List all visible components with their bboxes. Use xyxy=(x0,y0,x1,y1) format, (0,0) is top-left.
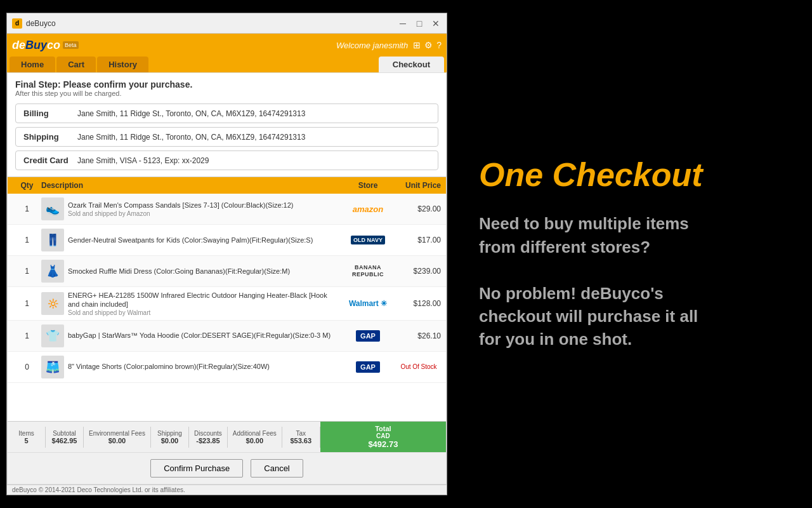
status-bar: deBuyco © 2014-2021 Deco Technologies Lt… xyxy=(7,485,447,495)
marketing-line1: Need to buy multiple items xyxy=(479,214,689,233)
confirm-subtitle: After this step you will be charged. xyxy=(15,90,438,97)
row-store: GAP xyxy=(339,330,396,342)
env-value: $0.00 xyxy=(108,437,126,444)
row-qty: 1 xyxy=(13,331,41,340)
close-button[interactable]: ✕ xyxy=(430,18,442,29)
tab-history[interactable]: History xyxy=(97,57,148,72)
oldnavy-logo: OLD NAVY xyxy=(351,236,385,244)
cancel-button[interactable]: Cancel xyxy=(251,459,303,478)
tax-label: Tax xyxy=(296,430,306,437)
items-label: Items xyxy=(18,430,34,437)
marketing-panel: One Checkout Need to buy multiple items … xyxy=(447,0,812,508)
additional-value: $0.00 xyxy=(246,437,264,444)
row-price: $239.00 xyxy=(396,267,441,276)
window-title: deBuyco xyxy=(26,19,397,28)
row-desc: Ozark Trail Men's Compass Sandals [Sizes… xyxy=(68,201,293,210)
confirm-title: Final Step: Please confirm your purchase… xyxy=(15,79,438,90)
row-desc-wrap: 👟 Ozark Trail Men's Compass Sandals [Siz… xyxy=(41,197,339,220)
row-desc-text-wrap: 8" Vintage Shorts (Color:palomino brown)… xyxy=(68,362,270,371)
col-store: Store xyxy=(339,181,396,190)
subtotal-label: Subtotal xyxy=(53,430,76,437)
row-desc-wrap: 🩳 8" Vintage Shorts (Color:palomino brow… xyxy=(41,356,339,378)
total-additional: Additional Fees $0.00 xyxy=(228,427,282,448)
settings-icon[interactable]: ⚙ xyxy=(424,40,433,50)
cc-label: Credit Card xyxy=(23,156,77,165)
table-row: 1 👖 Gender-Neutral Sweatpants for Kids (… xyxy=(8,225,446,256)
tab-cart[interactable]: Cart xyxy=(56,57,96,72)
maximize-button[interactable]: □ xyxy=(414,18,425,29)
shipping-label: Shipping xyxy=(23,132,77,142)
header-icons: ⊞ ⚙ ? xyxy=(413,40,442,50)
row-desc-text-wrap: Ozark Trail Men's Compass Sandals [Sizes… xyxy=(68,201,293,217)
walmart-logo: Walmart ✳ xyxy=(349,299,387,308)
row-qty: 0 xyxy=(13,363,41,371)
marketing-line4: No problem! deBuyco's xyxy=(479,284,664,303)
header-bar: deBuyco Beta Welcome janesmith ⊞ ⚙ ? xyxy=(7,34,447,57)
billing-value: Jane Smith, 11 Ridge St., Toronto, ON, C… xyxy=(77,109,305,118)
row-store: BANANAREPUBLIC xyxy=(339,264,396,278)
row-desc-wrap: 👕 babyGap | StarWars™ Yoda Hoodie (Color… xyxy=(41,324,339,347)
discounts-label: Discounts xyxy=(194,430,222,437)
confirm-purchase-button[interactable]: Confirm Purchase xyxy=(150,459,243,478)
banana-republic-logo: BANANAREPUBLIC xyxy=(352,264,384,278)
product-thumbnail: 🩳 xyxy=(41,356,64,378)
items-table: Qty Description Store Unit Price 1 👟 Oza… xyxy=(8,177,446,421)
additional-label: Additional Fees xyxy=(233,430,277,437)
tab-home[interactable]: Home xyxy=(10,57,55,72)
total-value: $492.73 xyxy=(368,439,398,449)
product-thumbnail: 👗 xyxy=(41,260,64,283)
row-desc: babyGap | StarWars™ Yoda Hoodie (Color:D… xyxy=(68,331,331,340)
help-icon[interactable]: ? xyxy=(436,40,442,50)
confirm-header: Final Step: Please confirm your purchase… xyxy=(8,73,446,101)
row-qty: 1 xyxy=(13,267,41,276)
total-currency: CAD xyxy=(376,432,390,439)
product-thumbnail: 👖 xyxy=(41,229,64,251)
grand-total: Total CAD $492.73 xyxy=(320,422,446,452)
product-thumbnail: 🔆 xyxy=(41,292,64,315)
total-shipping: Shipping $0.00 xyxy=(151,427,189,448)
tab-checkout[interactable]: Checkout xyxy=(379,57,444,72)
shipping-total-value: $0.00 xyxy=(161,437,179,444)
marketing-line6: for you in one shot. xyxy=(479,330,632,349)
gap-logo: GAP xyxy=(356,330,380,342)
row-sub: Sold and shipped by Amazon xyxy=(68,210,293,217)
row-qty: 1 xyxy=(13,204,41,213)
beta-badge: Beta xyxy=(63,41,79,49)
row-desc: 8" Vintage Shorts (Color:palomino brown)… xyxy=(68,362,270,371)
row-store: Walmart ✳ xyxy=(339,299,396,308)
table-row: 1 👟 Ozark Trail Men's Compass Sandals [S… xyxy=(8,194,446,225)
table-header: Qty Description Store Unit Price xyxy=(8,177,446,194)
marketing-line2: from different stores? xyxy=(479,237,650,257)
expand-icon[interactable]: ⊞ xyxy=(413,40,421,50)
row-price: $17.00 xyxy=(396,236,441,244)
billing-box: Billing Jane Smith, 11 Ridge St., Toront… xyxy=(15,104,438,123)
row-desc-text-wrap: Smocked Ruffle Midi Dress (Color:Going B… xyxy=(68,267,290,276)
row-price: $29.00 xyxy=(396,204,441,213)
row-desc-text-wrap: ENERG+ HEA-21285 1500W Infrared Electric… xyxy=(68,291,339,316)
table-row: 1 👕 babyGap | StarWars™ Yoda Hoodie (Col… xyxy=(8,321,446,352)
row-desc: ENERG+ HEA-21285 1500W Infrared Electric… xyxy=(68,291,339,309)
row-desc: Smocked Ruffle Midi Dress (Color:Going B… xyxy=(68,267,290,276)
marketing-line5: checkout will purchase it all xyxy=(479,307,698,326)
row-desc-wrap: 🔆 ENERG+ HEA-21285 1500W Infrared Electr… xyxy=(41,291,339,316)
total-subtotal: Subtotal $462.95 xyxy=(46,427,84,448)
shipping-total-label: Shipping xyxy=(157,430,182,437)
subtotal-value: $462.95 xyxy=(52,437,77,444)
row-price-oos: Out Of Stock xyxy=(396,363,441,370)
tax-value: $53.63 xyxy=(290,437,311,444)
total-items: Items 5 xyxy=(8,427,46,448)
totals-bar: Items 5 Subtotal $462.95 Environmental F… xyxy=(8,421,446,452)
total-label: Total xyxy=(375,425,391,432)
items-value: 5 xyxy=(24,437,28,444)
info-section: Billing Jane Smith, 11 Ridge St., Toront… xyxy=(8,101,446,177)
row-desc-wrap: 👖 Gender-Neutral Sweatpants for Kids (Co… xyxy=(41,229,339,251)
row-desc-text-wrap: Gender-Neutral Sweatpants for Kids (Colo… xyxy=(68,236,313,244)
app-brand: deBuyco xyxy=(12,39,60,52)
title-bar: d deBuyco ─ □ ✕ xyxy=(7,13,447,34)
marketing-title: One Checkout xyxy=(479,157,780,193)
row-desc-wrap: 👗 Smocked Ruffle Midi Dress (Color:Going… xyxy=(41,260,339,283)
status-text: deBuyco © 2014-2021 Deco Technologies Lt… xyxy=(12,486,185,493)
minimize-button[interactable]: ─ xyxy=(397,18,409,29)
welcome-text: Welcome janesmith xyxy=(336,41,408,50)
cc-box: Credit Card Jane Smith, VISA - 5123, Exp… xyxy=(15,150,438,170)
